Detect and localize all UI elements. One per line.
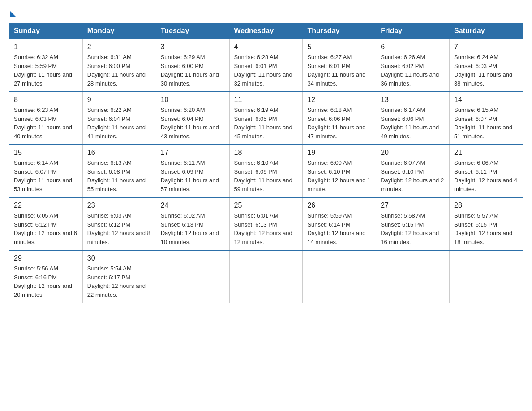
calendar-cell xyxy=(156,250,229,303)
day-number: 18 xyxy=(234,149,298,157)
day-info: Sunrise: 5:57 AMSunset: 6:15 PMDaylight:… xyxy=(454,211,518,246)
day-of-week-header: Monday xyxy=(82,23,156,39)
day-number: 20 xyxy=(381,149,445,157)
calendar-cell xyxy=(376,250,450,303)
calendar-cell: 2 Sunrise: 6:31 AMSunset: 6:00 PMDayligh… xyxy=(82,39,156,92)
day-number: 6 xyxy=(381,43,445,51)
calendar-cell: 4 Sunrise: 6:28 AMSunset: 6:01 PMDayligh… xyxy=(229,39,303,92)
day-info: Sunrise: 6:18 AMSunset: 6:06 PMDaylight:… xyxy=(307,106,371,141)
day-number: 8 xyxy=(14,96,78,104)
day-info: Sunrise: 6:17 AMSunset: 6:06 PMDaylight:… xyxy=(381,106,445,141)
day-info: Sunrise: 5:56 AMSunset: 6:16 PMDaylight:… xyxy=(14,264,78,299)
day-number: 27 xyxy=(381,201,445,210)
calendar-cell: 8 Sunrise: 6:23 AMSunset: 6:03 PMDayligh… xyxy=(9,92,83,145)
day-number: 13 xyxy=(381,96,445,104)
day-info: Sunrise: 6:07 AMSunset: 6:10 PMDaylight:… xyxy=(381,158,445,193)
calendar-cell: 24 Sunrise: 6:02 AMSunset: 6:13 PMDaylig… xyxy=(156,197,229,250)
days-of-week-row: SundayMondayTuesdayWednesdayThursdayFrid… xyxy=(9,23,523,39)
day-number: 7 xyxy=(454,43,518,51)
day-number: 22 xyxy=(14,201,78,210)
day-info: Sunrise: 6:09 AMSunset: 6:10 PMDaylight:… xyxy=(307,158,371,193)
calendar-week-row: 8 Sunrise: 6:23 AMSunset: 6:03 PMDayligh… xyxy=(9,92,523,145)
calendar-cell: 3 Sunrise: 6:29 AMSunset: 6:00 PMDayligh… xyxy=(156,39,229,92)
calendar-cell: 15 Sunrise: 6:14 AMSunset: 6:07 PMDaylig… xyxy=(9,145,83,197)
day-info: Sunrise: 6:02 AMSunset: 6:13 PMDaylight:… xyxy=(161,211,225,246)
day-info: Sunrise: 6:22 AMSunset: 6:04 PMDaylight:… xyxy=(87,106,151,141)
logo-arrow-icon xyxy=(10,11,16,17)
calendar-cell: 13 Sunrise: 6:17 AMSunset: 6:06 PMDaylig… xyxy=(376,92,450,145)
calendar-header: SundayMondayTuesdayWednesdayThursdayFrid… xyxy=(9,23,523,39)
day-number: 15 xyxy=(14,149,78,157)
day-info: Sunrise: 6:19 AMSunset: 6:05 PMDaylight:… xyxy=(234,106,298,141)
calendar-cell: 10 Sunrise: 6:20 AMSunset: 6:04 PMDaylig… xyxy=(156,92,229,145)
calendar-cell: 12 Sunrise: 6:18 AMSunset: 6:06 PMDaylig… xyxy=(303,92,376,145)
day-info: Sunrise: 6:28 AMSunset: 6:01 PMDaylight:… xyxy=(234,53,298,88)
day-number: 1 xyxy=(14,43,78,51)
day-of-week-header: Thursday xyxy=(303,23,376,39)
calendar-cell: 22 Sunrise: 6:05 AMSunset: 6:12 PMDaylig… xyxy=(9,197,83,250)
day-info: Sunrise: 6:06 AMSunset: 6:11 PMDaylight:… xyxy=(454,158,518,193)
calendar-cell: 23 Sunrise: 6:03 AMSunset: 6:12 PMDaylig… xyxy=(82,197,156,250)
day-info: Sunrise: 6:24 AMSunset: 6:03 PMDaylight:… xyxy=(454,53,518,88)
calendar-week-row: 1 Sunrise: 6:32 AMSunset: 5:59 PMDayligh… xyxy=(9,39,523,92)
day-info: Sunrise: 6:01 AMSunset: 6:13 PMDaylight:… xyxy=(234,211,298,246)
day-of-week-header: Sunday xyxy=(9,23,83,39)
day-info: Sunrise: 6:05 AMSunset: 6:12 PMDaylight:… xyxy=(14,211,78,246)
calendar-week-row: 15 Sunrise: 6:14 AMSunset: 6:07 PMDaylig… xyxy=(9,145,523,197)
day-info: Sunrise: 6:20 AMSunset: 6:04 PMDaylight:… xyxy=(161,106,225,141)
calendar-cell: 14 Sunrise: 6:15 AMSunset: 6:07 PMDaylig… xyxy=(450,92,523,145)
calendar-body: 1 Sunrise: 6:32 AMSunset: 5:59 PMDayligh… xyxy=(9,39,523,303)
calendar-cell xyxy=(303,250,376,303)
day-number: 19 xyxy=(307,149,371,157)
day-info: Sunrise: 6:31 AMSunset: 6:00 PMDaylight:… xyxy=(87,53,151,88)
calendar-cell: 1 Sunrise: 6:32 AMSunset: 5:59 PMDayligh… xyxy=(9,39,83,92)
day-info: Sunrise: 6:11 AMSunset: 6:09 PMDaylight:… xyxy=(161,158,225,193)
calendar-table: SundayMondayTuesdayWednesdayThursdayFrid… xyxy=(9,23,523,303)
calendar-cell: 21 Sunrise: 6:06 AMSunset: 6:11 PMDaylig… xyxy=(450,145,523,197)
calendar-cell: 29 Sunrise: 5:56 AMSunset: 6:16 PMDaylig… xyxy=(9,250,83,303)
calendar-week-row: 29 Sunrise: 5:56 AMSunset: 6:16 PMDaylig… xyxy=(9,250,523,303)
day-number: 9 xyxy=(87,96,151,104)
calendar-cell: 6 Sunrise: 6:26 AMSunset: 6:02 PMDayligh… xyxy=(376,39,450,92)
day-number: 12 xyxy=(307,96,371,104)
day-info: Sunrise: 5:58 AMSunset: 6:15 PMDaylight:… xyxy=(381,211,445,246)
calendar-cell: 20 Sunrise: 6:07 AMSunset: 6:10 PMDaylig… xyxy=(376,145,450,197)
calendar-cell: 17 Sunrise: 6:11 AMSunset: 6:09 PMDaylig… xyxy=(156,145,229,197)
day-info: Sunrise: 5:59 AMSunset: 6:14 PMDaylight:… xyxy=(307,211,371,246)
day-number: 23 xyxy=(87,201,151,210)
page-header xyxy=(9,9,523,16)
day-info: Sunrise: 6:15 AMSunset: 6:07 PMDaylight:… xyxy=(454,106,518,141)
calendar-cell xyxy=(450,250,523,303)
calendar-week-row: 22 Sunrise: 6:05 AMSunset: 6:12 PMDaylig… xyxy=(9,197,523,250)
calendar-cell: 25 Sunrise: 6:01 AMSunset: 6:13 PMDaylig… xyxy=(229,197,303,250)
calendar-cell: 5 Sunrise: 6:27 AMSunset: 6:01 PMDayligh… xyxy=(303,39,376,92)
day-info: Sunrise: 6:10 AMSunset: 6:09 PMDaylight:… xyxy=(234,158,298,193)
calendar-cell: 28 Sunrise: 5:57 AMSunset: 6:15 PMDaylig… xyxy=(450,197,523,250)
day-number: 25 xyxy=(234,201,298,210)
calendar-cell: 16 Sunrise: 6:13 AMSunset: 6:08 PMDaylig… xyxy=(82,145,156,197)
calendar-cell: 11 Sunrise: 6:19 AMSunset: 6:05 PMDaylig… xyxy=(229,92,303,145)
day-info: Sunrise: 6:26 AMSunset: 6:02 PMDaylight:… xyxy=(381,53,445,88)
day-number: 4 xyxy=(234,43,298,51)
day-number: 11 xyxy=(234,96,298,104)
day-of-week-header: Saturday xyxy=(450,23,523,39)
day-number: 21 xyxy=(454,149,518,157)
day-of-week-header: Tuesday xyxy=(156,23,229,39)
day-info: Sunrise: 6:32 AMSunset: 5:59 PMDaylight:… xyxy=(14,53,78,88)
calendar-cell: 7 Sunrise: 6:24 AMSunset: 6:03 PMDayligh… xyxy=(450,39,523,92)
day-number: 26 xyxy=(307,201,371,210)
day-of-week-header: Wednesday xyxy=(229,23,303,39)
day-number: 16 xyxy=(87,149,151,157)
day-of-week-header: Friday xyxy=(376,23,450,39)
day-number: 28 xyxy=(454,201,518,210)
calendar-cell xyxy=(229,250,303,303)
calendar-cell: 9 Sunrise: 6:22 AMSunset: 6:04 PMDayligh… xyxy=(82,92,156,145)
day-number: 14 xyxy=(454,96,518,104)
day-number: 24 xyxy=(161,201,225,210)
day-number: 5 xyxy=(307,43,371,51)
calendar-cell: 30 Sunrise: 5:54 AMSunset: 6:17 PMDaylig… xyxy=(82,250,156,303)
day-info: Sunrise: 5:54 AMSunset: 6:17 PMDaylight:… xyxy=(87,264,151,299)
day-info: Sunrise: 6:03 AMSunset: 6:12 PMDaylight:… xyxy=(87,211,151,246)
calendar-cell: 19 Sunrise: 6:09 AMSunset: 6:10 PMDaylig… xyxy=(303,145,376,197)
calendar-cell: 27 Sunrise: 5:58 AMSunset: 6:15 PMDaylig… xyxy=(376,197,450,250)
